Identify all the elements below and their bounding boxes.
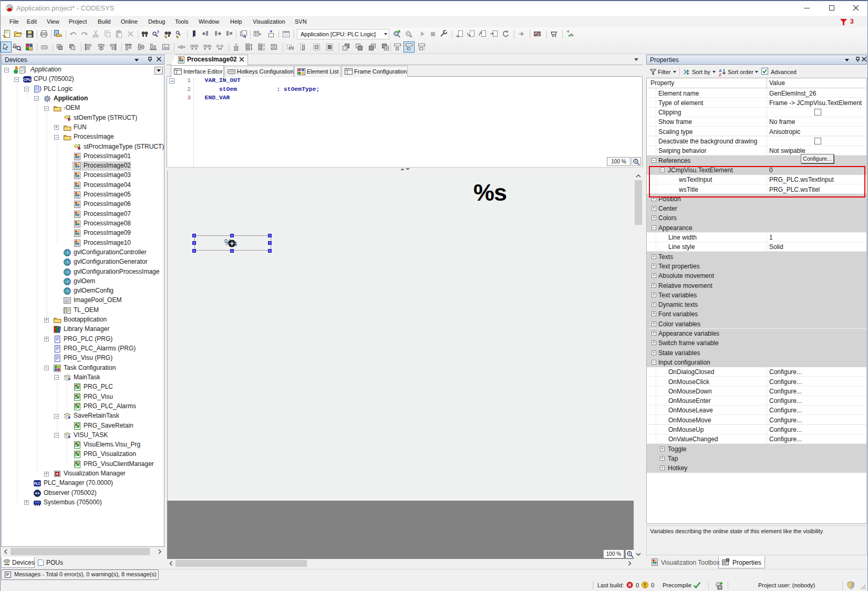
- svg-text:Z: Z: [719, 72, 721, 76]
- svg-text:CPU: CPU: [24, 78, 32, 81]
- svg-text:PLC: PLC: [34, 482, 41, 485]
